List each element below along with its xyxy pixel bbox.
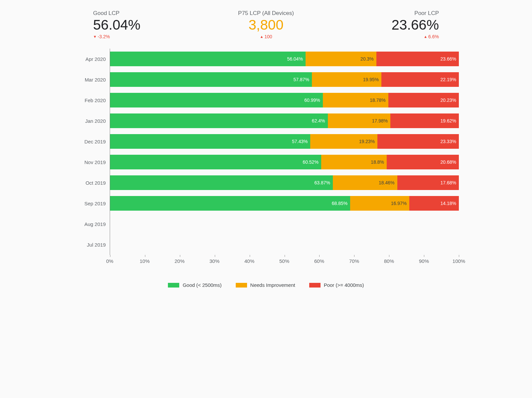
x-tick <box>459 255 459 257</box>
plot-area: 56.04%20.3%23.66%57.87%19.95%22.19%60.99… <box>110 49 459 255</box>
lcp-stacked-bar-chart: Apr 2020Mar 2020Feb 2020Jan 2020Dec 2019… <box>73 49 459 255</box>
y-axis-label: Oct 2019 <box>73 172 110 193</box>
bar-segment-ni: 19.23% <box>310 134 377 149</box>
x-axis-label: 20% <box>175 258 185 264</box>
legend-item-needs-improvement: Needs Improvement <box>236 282 295 288</box>
bar-segment-ni: 16.97% <box>350 196 409 211</box>
y-axis-label: Sep 2019 <box>73 193 110 214</box>
kpi-value: 56.04% <box>93 17 176 33</box>
bar-segment-poor: 14.18% <box>409 196 459 211</box>
x-axis-label: 80% <box>384 258 394 264</box>
x-axis-label: 40% <box>244 258 254 264</box>
x-axis-label: 30% <box>209 258 219 264</box>
kpi-poor-lcp: Poor LCP 23.66% ▲6.6% <box>356 10 439 39</box>
bar-segment-poor: 20.68% <box>387 155 459 169</box>
kpi-delta-value: 6.6% <box>428 34 439 39</box>
legend-label: Good (< 2500ms) <box>183 282 221 288</box>
x-axis-label: 50% <box>279 258 289 264</box>
kpi-label: P75 LCP (All Devices) <box>224 10 308 17</box>
bar-segment-poor: 19.62% <box>390 113 459 128</box>
y-axis-label: Feb 2020 <box>73 90 110 110</box>
stacked-bar: 57.87%19.95%22.19% <box>110 72 459 87</box>
bar-segment-good: 60.52% <box>110 155 321 169</box>
x-axis: 0%10%20%30%40%50%60%70%80%90%100% <box>110 257 459 266</box>
bar-segment-poor: 23.66% <box>376 52 459 66</box>
bar-segment-ni: 18.78% <box>323 93 388 107</box>
bar-row <box>110 214 459 234</box>
bar-segment-ni: 17.98% <box>328 113 391 128</box>
bar-segment-ni: 19.95% <box>312 72 381 87</box>
kpi-p75-lcp: P75 LCP (All Devices) 3,800 ▲100 <box>224 10 308 39</box>
legend-label: Poor (>= 4000ms) <box>324 282 364 288</box>
legend-swatch <box>236 283 247 288</box>
x-axis-label: 0% <box>106 258 113 264</box>
stacked-bar: 60.99%18.78%20.23% <box>110 93 459 107</box>
x-axis-label: 100% <box>453 258 465 264</box>
bar-segment-good: 62.4% <box>110 113 328 128</box>
bar-segment-poor: 20.23% <box>388 93 459 107</box>
stacked-bar: 63.87%18.46%17.68% <box>110 175 459 190</box>
y-axis-label: Mar 2020 <box>73 69 110 90</box>
y-axis-label: Jan 2020 <box>73 110 110 131</box>
bar-row: 62.4%17.98%19.62% <box>110 110 459 131</box>
y-axis-label: Apr 2020 <box>73 49 110 69</box>
bar-row: 60.99%18.78%20.23% <box>110 90 459 110</box>
x-axis-label: 10% <box>140 258 150 264</box>
legend: Good (< 2500ms) Needs Improvement Poor (… <box>73 282 459 288</box>
x-axis-label: 90% <box>419 258 429 264</box>
bar-segment-good: 68.85% <box>110 196 350 211</box>
kpi-value: 3,800 <box>224 17 308 33</box>
stacked-bar: 60.52%18.8%20.68% <box>110 155 459 169</box>
arrow-up-icon: ▲ <box>260 35 263 39</box>
bar-segment-poor: 17.68% <box>397 175 459 190</box>
kpi-value: 23.66% <box>356 17 439 33</box>
bar-segment-good: 57.87% <box>110 72 312 87</box>
y-axis-label: Nov 2019 <box>73 152 110 172</box>
bar-row <box>110 234 459 255</box>
kpi-delta: ▲100 <box>224 34 308 39</box>
y-axis-label: Dec 2019 <box>73 131 110 152</box>
y-axis-label: Aug 2019 <box>73 214 110 234</box>
arrow-up-icon: ▲ <box>424 35 427 39</box>
bar-segment-good: 60.99% <box>110 93 323 107</box>
stacked-bar: 56.04%20.3%23.66% <box>110 52 459 66</box>
stacked-bar: 62.4%17.98%19.62% <box>110 113 459 128</box>
kpi-good-lcp: Good LCP 56.04% ▼-3.2% <box>93 10 176 39</box>
stacked-bar: 57.43%19.23%23.33% <box>110 134 459 149</box>
legend-item-good: Good (< 2500ms) <box>168 282 221 288</box>
y-axis-labels: Apr 2020Mar 2020Feb 2020Jan 2020Dec 2019… <box>73 49 110 255</box>
legend-swatch <box>309 283 321 288</box>
legend-label: Needs Improvement <box>250 282 295 288</box>
bar-segment-poor: 22.19% <box>381 72 459 87</box>
kpi-delta-value: 100 <box>264 34 272 39</box>
bar-row: 57.43%19.23%23.33% <box>110 131 459 152</box>
kpi-delta: ▲6.6% <box>356 34 439 39</box>
bar-segment-good: 56.04% <box>110 52 306 66</box>
x-axis-label: 70% <box>349 258 359 264</box>
kpi-delta-value: -3.2% <box>98 34 110 39</box>
bar-segment-ni: 18.8% <box>321 155 387 169</box>
x-axis-label: 60% <box>314 258 324 264</box>
bar-segment-ni: 18.46% <box>333 175 397 190</box>
bar-segment-poor: 23.33% <box>377 134 459 149</box>
bar-segment-ni: 20.3% <box>306 52 376 66</box>
lcp-report: Good LCP 56.04% ▼-3.2% P75 LCP (All Devi… <box>53 0 479 318</box>
bar-segment-good: 57.43% <box>110 134 310 149</box>
arrow-down-icon: ▼ <box>93 35 97 39</box>
bar-row: 63.87%18.46%17.68% <box>110 172 459 193</box>
kpi-row: Good LCP 56.04% ▼-3.2% P75 LCP (All Devi… <box>73 10 459 39</box>
legend-swatch <box>168 283 179 288</box>
bar-row: 68.85%16.97%14.18% <box>110 193 459 214</box>
bar-row: 60.52%18.8%20.68% <box>110 152 459 172</box>
kpi-label: Poor LCP <box>356 10 439 17</box>
bar-row: 56.04%20.3%23.66% <box>110 49 459 69</box>
bar-segment-good: 63.87% <box>110 175 333 190</box>
kpi-delta: ▼-3.2% <box>93 34 176 39</box>
stacked-bar: 68.85%16.97%14.18% <box>110 196 459 211</box>
bar-row: 57.87%19.95%22.19% <box>110 69 459 90</box>
y-axis-label: Jul 2019 <box>73 234 110 255</box>
legend-item-poor: Poor (>= 4000ms) <box>309 282 364 288</box>
kpi-label: Good LCP <box>93 10 176 17</box>
